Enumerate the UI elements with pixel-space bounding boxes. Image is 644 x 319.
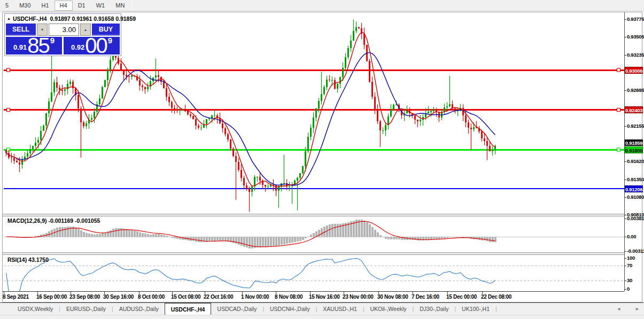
chart-tab-xauusd-h1[interactable]: XAUUSD-,H1 [317, 303, 363, 315]
macd-bar [99, 234, 101, 237]
price-tick-label: 0.93505 [627, 34, 644, 40]
tab-scroll-left-icon[interactable]: ◄ [616, 306, 621, 312]
candle-body-down [379, 121, 381, 131]
candle-body-up [299, 173, 301, 178]
candle-body-down [377, 109, 378, 121]
timeframe-button-mn[interactable]: MN [110, 1, 130, 11]
macd-bar [363, 221, 366, 237]
candle-body-up [37, 140, 39, 143]
buy-price-big: 00 [85, 38, 107, 53]
candle-body-down [166, 88, 167, 96]
symbol-timeframe-label: USDCHF-,H4 [13, 15, 47, 22]
candle-body-down [13, 158, 15, 161]
level-line-handle[interactable] [617, 108, 620, 112]
candle-body-down [158, 75, 159, 77]
candle-body-up [267, 186, 269, 187]
candle-body-down [371, 82, 373, 97]
candle-body-up [321, 94, 322, 101]
macd-bar [249, 237, 251, 248]
buy-price-box[interactable]: 0.92 00 9 [64, 37, 120, 55]
volume-input[interactable]: 3.00 [49, 24, 79, 36]
candle-body-up [289, 186, 290, 186]
candle-body-down [11, 158, 12, 159]
level-price-badge: 0.91206 [625, 185, 643, 192]
level-price-badge: 0.92403 [625, 106, 643, 113]
macd-bar [297, 237, 299, 242]
macd-tick [624, 237, 626, 237]
level-line-handle[interactable] [7, 148, 10, 151]
chart-tab-ukoil-weekly[interactable]: UKOil-,Weekly [364, 303, 413, 315]
chart-tab-usdchf-h4[interactable]: USDCHF-,H4 [165, 303, 212, 315]
price-tick-label: 0.92155 [627, 123, 644, 129]
macd-bar [134, 231, 136, 237]
chart-tab-audusd-daily[interactable]: AUDUSD-,Daily [113, 303, 165, 315]
timeframe-button-d1[interactable]: D1 [73, 1, 91, 11]
chart-tab-usdcad-daily[interactable]: USDCAD-,Daily [211, 303, 262, 315]
price-tick-label: 0.91080 [627, 194, 644, 200]
macd-bar [387, 237, 390, 239]
sell-price-box[interactable]: 0.91 85 9 [6, 37, 62, 55]
candle-body-up [473, 127, 475, 129]
timeframe-button-h1[interactable]: H1 [36, 1, 55, 11]
sell-price-sup: 9 [50, 36, 55, 45]
candle-body-down [19, 162, 20, 165]
candle-body-down [59, 88, 60, 89]
macd-bar [331, 224, 333, 237]
candle-body-up [257, 177, 258, 177]
candle-body-down [484, 138, 485, 141]
candle-body-up [446, 106, 448, 107]
tab-separator: | [495, 303, 497, 315]
chart-tab-usdcnh-daily[interactable]: USDCNH-,Daily [264, 303, 316, 315]
candle-body-down [465, 115, 467, 122]
candle-body-down [171, 102, 173, 108]
macd-bar [91, 234, 93, 237]
macd-tick-label: 0.00 [627, 234, 644, 239]
candle-body-up [27, 153, 28, 157]
macd-bar [96, 234, 98, 237]
macd-bar [385, 237, 387, 239]
timeframe-button-5[interactable]: 5 [0, 1, 14, 11]
time-tick-label: 1 Nov 00:00 [241, 294, 269, 300]
candle-body-down [470, 128, 472, 129]
timeframe-button-m30[interactable]: M30 [14, 1, 36, 11]
price-tick [624, 161, 626, 162]
macd-bar [299, 237, 301, 241]
macd-bar [59, 227, 61, 237]
macd-bar [270, 237, 272, 246]
price-tick-label: 0.93775 [627, 16, 644, 22]
chart-tab-eurusd-daily[interactable]: EURUSD-,Daily [60, 303, 112, 315]
timeframe-button-h4[interactable]: H4 [55, 1, 73, 11]
candle-body-down [83, 122, 84, 126]
macd-bar [377, 232, 379, 237]
price-tick-label: 0.91620 [627, 158, 644, 164]
price-tick [624, 215, 626, 215]
level-line-handle[interactable] [617, 68, 620, 72]
level-line-handle[interactable] [617, 148, 620, 151]
macd-bar [80, 230, 82, 237]
candle-body-down [486, 141, 488, 146]
price-tick-label: 0.91350 [627, 176, 644, 182]
macd-bar [281, 237, 283, 245]
price-tick [624, 19, 626, 20]
candle-body-up [345, 57, 346, 68]
macd-bar [478, 237, 480, 240]
level-line-handle[interactable] [7, 108, 10, 112]
chart-tab-usdx-weekly[interactable]: USDX,Weekly [12, 303, 59, 315]
candle-body-down [230, 139, 231, 149]
tab-scroll-right-icon[interactable]: ► [635, 306, 640, 312]
macd-bar [61, 227, 64, 237]
macd-tick-label: 0.003811 [627, 215, 644, 221]
level-price-badge: 0.93006 [625, 67, 643, 74]
timeframe-button-w1[interactable]: W1 [91, 1, 111, 11]
candle-body-down [489, 146, 491, 151]
time-tick-label: 8 Nov 08:00 [275, 294, 302, 300]
chart-tab-dj30-daily[interactable]: DJ30-,Daily [414, 303, 454, 315]
candle-body-up [323, 87, 325, 94]
price-tick [624, 55, 626, 56]
candle-body-up [40, 131, 42, 140]
collapse-panel-icon[interactable]: ▲ [7, 17, 11, 20]
level-line-handle[interactable] [7, 68, 10, 72]
rsi-tick-label: 30 [627, 277, 644, 283]
rsi-chart-canvas[interactable] [4, 255, 624, 291]
chart-tab-uk100-h1[interactable]: UK100-,H1 [456, 303, 495, 315]
